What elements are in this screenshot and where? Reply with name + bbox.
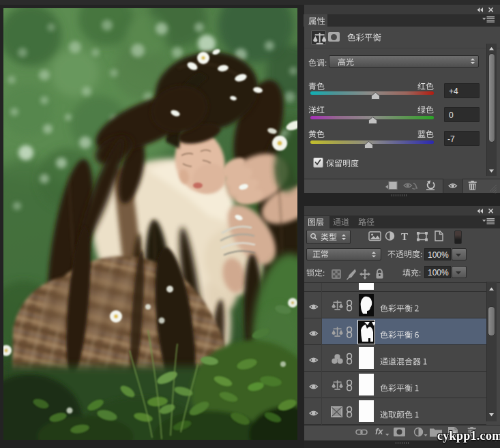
svg-text:fx: fx [375,426,383,436]
svg-text:T: T [401,231,408,242]
